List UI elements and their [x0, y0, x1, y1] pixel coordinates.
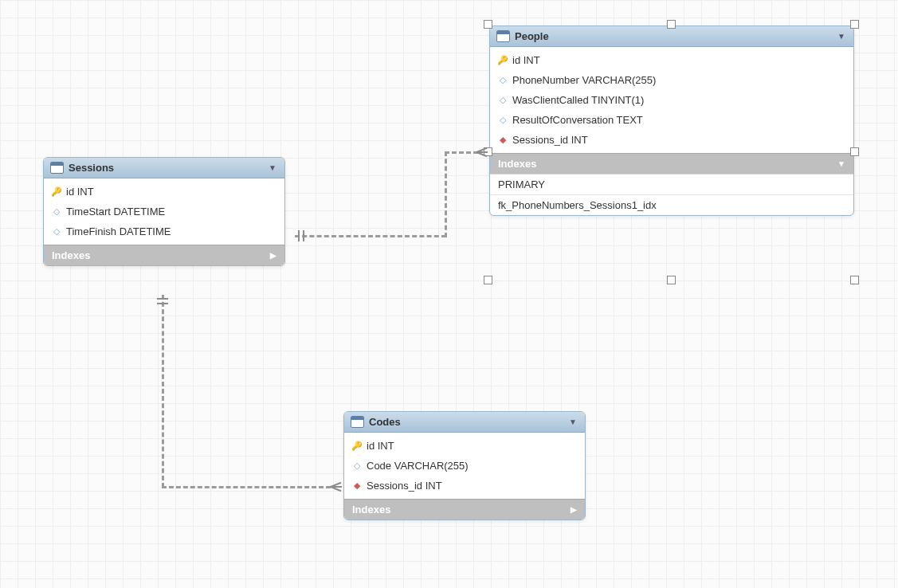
cardinality-one-icon	[296, 230, 308, 241]
diamond-icon: ◇	[52, 207, 61, 217]
selection-handle[interactable]	[667, 276, 676, 284]
entity-people-body: 🔑 id INT ◇ PhoneNumber VARCHAR(255) ◇ Wa…	[490, 47, 853, 153]
indexes-section[interactable]: Indexes ▶	[344, 499, 585, 519]
cardinality-many-icon	[476, 147, 488, 158]
column-text: Sessions_id INT	[512, 134, 588, 146]
selection-handle[interactable]	[484, 20, 492, 29]
column-row[interactable]: 🔑 id INT	[344, 436, 585, 456]
indexes-label: Indexes	[52, 249, 90, 261]
column-text: TimeStart DATETIME	[66, 206, 165, 218]
entity-people-header[interactable]: People ▼	[490, 26, 853, 47]
key-icon: 🔑	[498, 56, 508, 65]
collapse-icon[interactable]: ▼	[569, 417, 577, 426]
er-diagram-canvas[interactable]: Sessions ▼ 🔑 id INT ◇ TimeStart DATETIME…	[0, 0, 898, 588]
relationship-line	[162, 295, 164, 488]
diamond-icon: ◇	[352, 461, 362, 471]
index-item[interactable]: fk_PhoneNumbers_Sessions1_idx	[490, 194, 853, 215]
expand-icon: ▶	[571, 505, 577, 514]
key-icon: 🔑	[52, 187, 61, 197]
expand-icon: ▶	[270, 251, 276, 260]
entity-codes-header[interactable]: Codes ▼	[344, 412, 585, 433]
column-row[interactable]: ◇ ResultOfConversation TEXT	[490, 110, 853, 130]
selection-handle[interactable]	[667, 20, 676, 29]
table-icon	[50, 162, 64, 174]
table-icon	[496, 30, 510, 42]
entity-people[interactable]: People ▼ 🔑 id INT ◇ PhoneNumber VARCHAR(…	[489, 25, 854, 216]
selection-handle[interactable]	[850, 147, 859, 156]
column-row[interactable]: 🔑 id INT	[44, 182, 284, 202]
column-row[interactable]: ◇ PhoneNumber VARCHAR(255)	[490, 70, 853, 90]
column-row[interactable]: ◇ TimeStart DATETIME	[44, 202, 284, 221]
column-text: ResultOfConversation TEXT	[512, 114, 643, 126]
column-text: id INT	[512, 54, 540, 66]
collapse-icon: ▼	[837, 159, 845, 168]
relationship-line	[295, 235, 446, 237]
selection-handle[interactable]	[484, 276, 492, 284]
column-row[interactable]: ◆ Sessions_id INT	[344, 476, 585, 496]
column-text: TimeFinish DATETIME	[66, 225, 171, 237]
diamond-icon: ◇	[52, 227, 61, 237]
entity-codes[interactable]: Codes ▼ 🔑 id INT ◇ Code VARCHAR(255) ◆ S…	[343, 411, 586, 520]
column-row[interactable]: ◇ TimeFinish DATETIME	[44, 221, 284, 241]
key-icon: 🔑	[352, 441, 362, 451]
entity-sessions[interactable]: Sessions ▼ 🔑 id INT ◇ TimeStart DATETIME…	[43, 157, 285, 266]
fk-diamond-icon: ◆	[498, 135, 508, 145]
selection-handle[interactable]	[850, 276, 859, 284]
entity-people-title: People	[515, 30, 833, 42]
column-row[interactable]: ◆ Sessions_id INT	[490, 130, 853, 150]
fk-diamond-icon: ◆	[352, 481, 362, 491]
entity-codes-body: 🔑 id INT ◇ Code VARCHAR(255) ◆ Sessions_…	[344, 433, 585, 499]
collapse-icon[interactable]: ▼	[269, 163, 276, 172]
column-text: PhoneNumber VARCHAR(255)	[512, 74, 656, 86]
entity-sessions-body: 🔑 id INT ◇ TimeStart DATETIME ◇ TimeFini…	[44, 178, 284, 245]
diamond-icon: ◇	[498, 116, 508, 125]
relationship-line	[162, 486, 331, 488]
entity-sessions-title: Sessions	[69, 162, 264, 174]
collapse-icon[interactable]: ▼	[837, 32, 845, 41]
relationship-line	[445, 151, 447, 237]
column-row[interactable]: ◇ Code VARCHAR(255)	[344, 456, 585, 476]
indexes-list: PRIMARY fk_PhoneNumbers_Sessions1_idx	[490, 174, 853, 215]
entity-codes-title: Codes	[369, 416, 564, 428]
indexes-section[interactable]: Indexes ▶	[44, 245, 284, 265]
index-item[interactable]: PRIMARY	[490, 174, 853, 194]
indexes-label: Indexes	[498, 158, 536, 170]
column-text: Code VARCHAR(255)	[367, 460, 469, 472]
diamond-icon: ◇	[498, 76, 508, 85]
column-text: id INT	[367, 440, 394, 452]
cardinality-one-icon	[157, 298, 168, 304]
column-text: Sessions_id INT	[367, 480, 442, 492]
entity-sessions-header[interactable]: Sessions ▼	[44, 158, 284, 178]
selection-handle[interactable]	[850, 20, 859, 29]
indexes-label: Indexes	[352, 504, 390, 515]
relationship-line	[445, 151, 478, 154]
table-icon	[351, 416, 364, 428]
column-text: id INT	[66, 186, 94, 198]
column-row[interactable]: ◇ WasClientCalled TINYINT(1)	[490, 90, 853, 110]
diamond-icon: ◇	[498, 96, 508, 105]
column-row[interactable]: 🔑 id INT	[490, 50, 853, 70]
indexes-section[interactable]: Indexes ▼	[490, 153, 853, 174]
cardinality-many-icon	[331, 481, 342, 492]
column-text: WasClientCalled TINYINT(1)	[512, 94, 644, 106]
